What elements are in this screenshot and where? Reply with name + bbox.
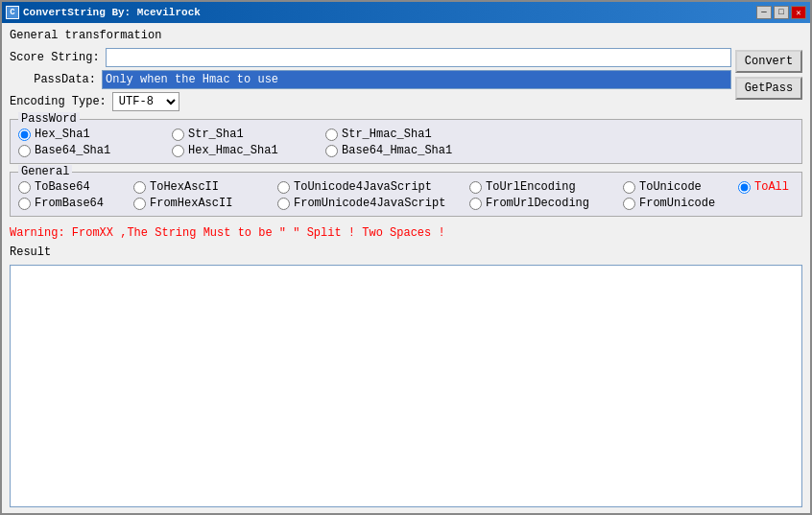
from-hex-ascii-label[interactable]: FromHexAscII	[150, 197, 232, 210]
from-hex-ascii-option: FromHexAscII	[133, 197, 277, 210]
pass-data-label: PassData:	[10, 73, 96, 86]
from-unicode-label[interactable]: FromUnicode	[639, 197, 715, 210]
str-hmac-sha1-radio[interactable]	[325, 129, 338, 141]
hex-hmac-sha1-option: Hex_Hmac_Sha1	[172, 144, 325, 157]
get-pass-button[interactable]: GetPass	[735, 77, 802, 100]
pass-data-input[interactable]	[102, 70, 731, 89]
base64-hmac-sha1-label[interactable]: Base64_Hmac_Sha1	[342, 144, 452, 157]
to-url-encoding-radio[interactable]	[469, 181, 482, 194]
base64-sha1-label[interactable]: Base64_Sha1	[35, 144, 110, 157]
str-hmac-sha1-label[interactable]: Str_Hmac_Sha1	[342, 128, 432, 141]
str-sha1-option: Str_Sha1	[172, 128, 325, 141]
app-icon: C	[6, 6, 19, 19]
to-base64-option: ToBase64	[18, 180, 133, 194]
encoding-label: Encoding Type:	[10, 95, 107, 108]
close-button[interactable]: ✕	[791, 6, 806, 19]
str-sha1-radio[interactable]	[172, 129, 184, 141]
from-unicode-option: FromUnicode	[623, 197, 738, 210]
from-unicode-js-label[interactable]: FromUnicode4JavaScript	[294, 197, 445, 210]
to-unicode-radio[interactable]	[623, 181, 635, 194]
result-label: Result	[10, 246, 802, 259]
score-string-label: Score String:	[10, 51, 100, 64]
general-group-title: General	[18, 165, 72, 178]
encoding-select[interactable]: UTF-8 UTF-16 ASCII GB2312	[112, 92, 179, 111]
from-url-decoding-option: FromUrlDecoding	[469, 197, 623, 210]
top-row: Score String: PassData: Encoding Type: U…	[10, 48, 802, 115]
to-url-encoding-label[interactable]: ToUrlEncoding	[486, 180, 576, 194]
general-radio-grid: ToBase64 ToHexAscII ToUnicode4JavaScript…	[18, 176, 794, 210]
to-hex-ascii-option: ToHexAscII	[133, 180, 277, 194]
score-string-input[interactable]	[106, 48, 731, 67]
to-base64-label[interactable]: ToBase64	[35, 180, 90, 194]
hex-hmac-sha1-label[interactable]: Hex_Hmac_Sha1	[188, 144, 278, 157]
base64-hmac-sha1-radio[interactable]	[325, 145, 338, 157]
from-base64-label[interactable]: FromBase64	[35, 197, 104, 210]
title-bar: C ConvertString By: Mcevilrock — □ ✕	[2, 2, 810, 23]
from-hex-ascii-radio[interactable]	[133, 198, 146, 210]
content-area: General transformation Score String: Pas…	[2, 23, 810, 513]
to-unicode-js-option: ToUnicode4JavaScript	[277, 180, 469, 194]
general-transformation-label: General transformation	[10, 29, 802, 42]
hex-sha1-option: Hex_Sha1	[18, 128, 172, 141]
to-hex-ascii-radio[interactable]	[133, 181, 146, 194]
base64-hmac-sha1-option: Base64_Hmac_Sha1	[325, 144, 479, 157]
from-base64-radio[interactable]	[18, 198, 31, 210]
general-group: General ToBase64 ToHexAscII ToUnicode4Ja…	[10, 172, 802, 217]
password-radio-grid: Hex_Sha1 Str_Sha1 Str_Hmac_Sha1 Base64_S…	[18, 124, 794, 157]
title-bar-buttons: — □ ✕	[756, 6, 806, 19]
convert-button[interactable]: Convert	[735, 50, 802, 73]
encoding-row: Encoding Type: UTF-8 UTF-16 ASCII GB2312	[10, 92, 731, 111]
score-string-row: Score String:	[10, 48, 731, 67]
to-base64-radio[interactable]	[18, 181, 31, 194]
to-hex-ascii-label[interactable]: ToHexAscII	[150, 180, 219, 194]
from-base64-option: FromBase64	[18, 197, 133, 210]
hex-sha1-radio[interactable]	[18, 129, 31, 141]
to-all-option: ToAll	[738, 180, 812, 194]
pass-data-row: PassData:	[10, 70, 731, 89]
from-url-decoding-label[interactable]: FromUrlDecoding	[486, 197, 589, 210]
from-unicode-js-radio[interactable]	[277, 198, 290, 210]
title-bar-left: C ConvertString By: Mcevilrock	[6, 6, 201, 19]
to-unicode-js-radio[interactable]	[277, 181, 290, 194]
minimize-button[interactable]: —	[756, 6, 772, 19]
hex-sha1-label[interactable]: Hex_Sha1	[35, 128, 90, 141]
to-unicode-js-label[interactable]: ToUnicode4JavaScript	[294, 180, 432, 194]
str-sha1-label[interactable]: Str_Sha1	[188, 128, 244, 141]
maximize-button[interactable]: □	[774, 6, 789, 19]
password-group-title: PassWord	[18, 112, 80, 126]
from-unicode-radio[interactable]	[623, 198, 635, 210]
from-unicode-js-option: FromUnicode4JavaScript	[277, 197, 469, 210]
side-buttons: Convert GetPass	[735, 50, 802, 100]
from-url-decoding-radio[interactable]	[469, 198, 482, 210]
base64-sha1-radio[interactable]	[18, 145, 31, 157]
to-all-radio[interactable]	[738, 181, 751, 194]
to-all-label[interactable]: ToAll	[754, 180, 789, 194]
to-unicode-option: ToUnicode	[623, 180, 738, 194]
fields-area: Score String: PassData: Encoding Type: U…	[10, 48, 731, 115]
to-unicode-label[interactable]: ToUnicode	[639, 180, 702, 194]
result-textarea[interactable]	[10, 265, 802, 507]
password-group: PassWord Hex_Sha1 Str_Sha1 Str_Hmac_Sha1…	[10, 119, 802, 164]
to-url-encoding-option: ToUrlEncoding	[469, 180, 623, 194]
hex-hmac-sha1-radio[interactable]	[172, 145, 184, 157]
window-title: ConvertString By: Mcevilrock	[23, 7, 201, 18]
str-hmac-sha1-option: Str_Hmac_Sha1	[325, 128, 479, 141]
warning-text: Warning: FromXX ,The String Must to be "…	[10, 226, 802, 240]
main-window: C ConvertString By: Mcevilrock — □ ✕ Gen…	[0, 0, 812, 515]
base64-sha1-option: Base64_Sha1	[18, 144, 172, 157]
